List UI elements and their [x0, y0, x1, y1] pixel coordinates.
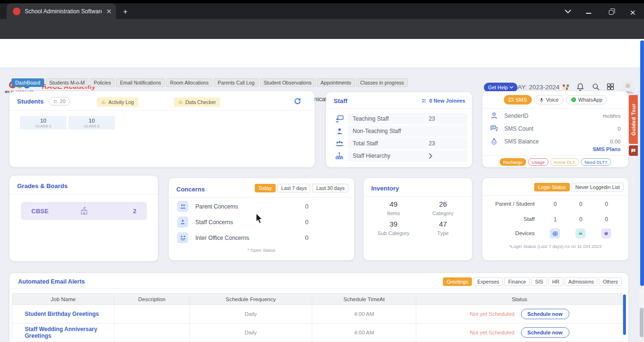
staff-row-total[interactable]: Total Staff23 — [331, 138, 467, 149]
tab-search-chevron-icon[interactable] — [565, 10, 571, 14]
filter-last-30-days[interactable]: Last 30 days — [312, 184, 348, 192]
whatsapp-tab[interactable]: WhatsApp — [566, 95, 607, 104]
usage-button[interactable]: Usage — [528, 158, 548, 166]
inventory-type-value: 47 — [417, 220, 469, 228]
web-device-chip — [550, 228, 560, 238]
money-bag-icon — [490, 137, 498, 145]
schedule-now-button[interactable]: Schedule now — [521, 327, 569, 338]
login-value: 0 — [599, 216, 614, 223]
notifications-bell-icon[interactable] — [576, 83, 585, 91]
hierarchy-icon — [335, 152, 344, 160]
chat-bubble-icon — [509, 97, 514, 103]
mic-icon — [539, 97, 544, 103]
activity-log-button[interactable]: Activity Log — [97, 97, 138, 107]
tab-greetings[interactable]: Greetings — [443, 277, 472, 286]
sms-tab[interactable]: SMS — [504, 95, 532, 104]
students-title: Students — [17, 98, 44, 105]
tab-others[interactable]: Others — [599, 277, 622, 286]
inventory-subcategory-value: 39 — [367, 220, 420, 228]
filter-today[interactable]: Today — [255, 184, 276, 192]
inventory-subcategory-label: Sub Category — [367, 230, 420, 236]
class-1-chip[interactable]: 10 CLASS 1 — [20, 116, 67, 130]
grades-boards-card: Grades & Boards CBSE 2 — [10, 176, 158, 261]
tab-policies[interactable]: Policies — [90, 78, 115, 87]
tab-student-observations[interactable]: Student Observations — [260, 78, 316, 87]
concern-value: 0 — [305, 218, 308, 226]
tab-classes-in-progress[interactable]: Classes in progress — [356, 78, 408, 87]
tab-appointments[interactable]: Appointments — [317, 78, 355, 87]
devices-label: Devices — [482, 230, 535, 236]
login-status-button[interactable]: Login Status — [534, 183, 569, 191]
login-value: 0 — [574, 216, 588, 223]
tab-dashboard[interactable]: DashBoard — [11, 78, 44, 87]
col-description: Description — [115, 294, 190, 305]
search-icon[interactable] — [592, 83, 600, 91]
never-loggedin-button[interactable]: Never Loggedin List — [572, 183, 624, 191]
academic-year-label[interactable]: AY: 2023-2024 — [518, 84, 559, 91]
senderid-row: SenderID mcbhrs — [490, 112, 621, 120]
data-checker-button[interactable]: Data Checker — [174, 97, 220, 107]
ios-device-chip — [601, 228, 611, 238]
get-help-button[interactable]: Get Help — [484, 83, 518, 92]
students-count-pill[interactable]: 20 — [48, 97, 70, 105]
new-tab-button[interactable]: + — [123, 8, 127, 16]
know-dlt-button[interactable]: Know DLT — [550, 158, 579, 166]
storefront-icon[interactable] — [562, 83, 570, 91]
staff-label: Staff — [482, 216, 535, 222]
voice-tab[interactable]: Voice — [534, 95, 564, 104]
refresh-icon[interactable] — [294, 97, 301, 105]
need-dlt-button[interactable]: Need DLT? — [581, 158, 611, 166]
voice-tab-label: Voice — [546, 97, 559, 103]
tab-admissions[interactable]: Admissions — [565, 277, 598, 286]
guided-tour-label: Guided Tour — [631, 104, 636, 135]
board-row-cbse[interactable]: CBSE 2 — [21, 202, 147, 220]
tab-sis[interactable]: SIS — [531, 277, 547, 286]
recharge-button[interactable]: Recharge — [500, 158, 526, 166]
get-help-label: Get Help — [488, 85, 508, 90]
page-scrollbar[interactable] — [640, 40, 644, 286]
job-name-link[interactable]: Staff Wedding Anniversary Greetings — [12, 323, 115, 342]
feedback-chat-button[interactable] — [629, 145, 638, 156]
staff-row-non-teaching[interactable]: Non-Teaching Staff — [331, 125, 467, 137]
table-scrollbar[interactable] — [623, 294, 626, 335]
tab-hr[interactable]: HR — [548, 277, 563, 286]
tab-students-mom[interactable]: Students M-o-M — [46, 78, 89, 87]
apps-grid-icon[interactable] — [606, 83, 615, 91]
tab-email-notifications[interactable]: Email Notifications — [116, 78, 164, 87]
class-2-chip[interactable]: 10 CLASS 2 — [68, 116, 115, 130]
tab-finance[interactable]: Finance — [504, 277, 529, 286]
login-value: 0 — [574, 201, 588, 208]
chat-messages-icon — [490, 124, 498, 133]
inter-office-concerns-row[interactable]: Inter Office Concerns 0 — [177, 232, 346, 243]
guided-tour-tab[interactable]: Guided Tour — [629, 95, 638, 144]
mouse-cursor — [256, 213, 264, 224]
tab-parents-call-log[interactable]: Parents Call Log — [214, 78, 259, 87]
students-count: 20 — [60, 98, 66, 104]
time-cell: 4:00 AM — [312, 323, 416, 342]
browser-tab[interactable]: School Administration Software ✕ — [7, 3, 116, 19]
tab-room-allocations[interactable]: Room Allocations — [166, 78, 212, 87]
col-schedule-frequency: Schedule Frequency — [190, 294, 312, 305]
minimize-button[interactable] — [586, 13, 591, 14]
staff-row-teaching[interactable]: Teaching Staff23 — [331, 113, 467, 124]
tab-expenses[interactable]: Expenses — [473, 277, 503, 286]
dashboard-tabs: DashBoard Students M-o-M Policies Email … — [11, 78, 408, 87]
login-value-staff-web[interactable]: 1 — [548, 216, 562, 223]
scrollbar-thumb[interactable] — [640, 308, 644, 337]
new-joinees-link[interactable]: 0 New Joinees — [421, 98, 465, 104]
tab-title: School Administration Software — [25, 8, 102, 15]
table-row: Staff Wedding Anniversary Greetings Dail… — [12, 323, 623, 342]
inventory-items-value: 49 — [367, 200, 420, 208]
tab-close-icon[interactable]: ✕ — [106, 8, 112, 15]
staff-card: Staff 0 New Joinees Teaching Staff23 Non… — [326, 92, 472, 167]
staff-row-hierarchy[interactable]: Staff Hierarchy — [331, 150, 467, 162]
filter-last-7-days[interactable]: Last 7 days — [278, 184, 311, 192]
class-1-count: 10 — [40, 118, 47, 124]
group-icon — [335, 139, 344, 148]
restore-button[interactable] — [609, 10, 614, 15]
schedule-now-button[interactable]: Schedule now — [521, 309, 569, 319]
sms-plans-link[interactable]: SMS Plans — [593, 146, 621, 152]
job-name-link[interactable]: Student Birthday Greetings — [12, 305, 115, 323]
parent-concerns-row[interactable]: Parent Concerns 0 — [177, 201, 346, 212]
window-close-button[interactable]: ✕ — [630, 9, 636, 17]
